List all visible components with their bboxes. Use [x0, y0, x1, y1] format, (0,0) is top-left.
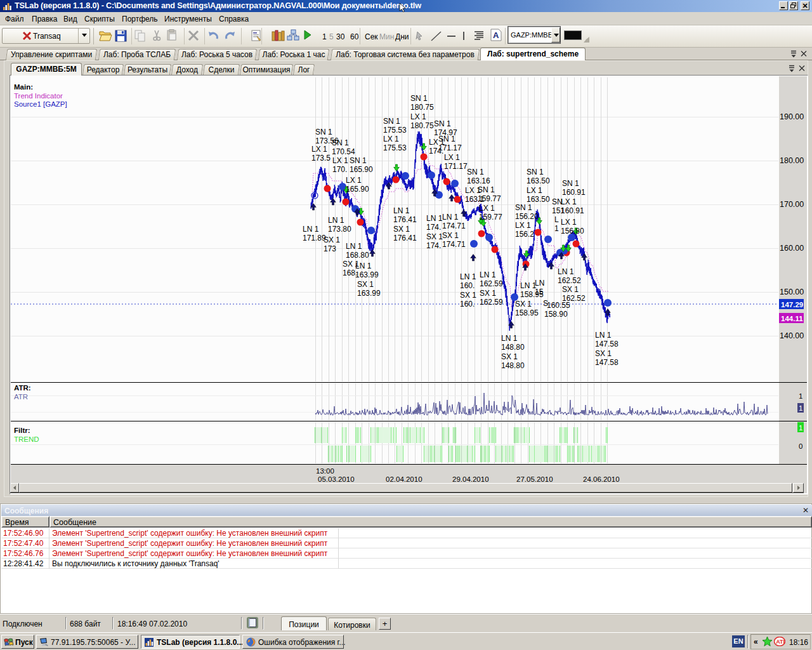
svg-text:147.58: 147.58: [595, 340, 619, 348]
svg-text:LX 1: LX 1: [444, 153, 460, 162]
svg-text:162.52: 162.52: [558, 276, 581, 285]
svg-text:SX 1: SX 1: [324, 235, 340, 244]
svg-text:140.00: 140.00: [780, 331, 804, 340]
svg-text:LN 1: LN 1: [355, 262, 372, 270]
svg-text:LX 1: LX 1: [311, 145, 327, 154]
svg-text:30: 30: [336, 32, 345, 41]
svg-text:173.80: 173.80: [328, 225, 351, 234]
svg-text:LX 1: LX 1: [561, 218, 577, 227]
svg-text:1: 1: [799, 404, 802, 412]
svg-text:SX 1: SX 1: [426, 232, 443, 241]
svg-text:173: 173: [324, 244, 336, 253]
svg-text:Main:: Main:: [14, 83, 33, 91]
svg-text:LX 1: LX 1: [527, 186, 542, 195]
svg-text:171.17: 171.17: [444, 162, 468, 171]
svg-text:ATR:: ATR:: [14, 384, 31, 392]
svg-text:160.00: 160.00: [780, 244, 804, 253]
svg-text:LN 1: LN 1: [393, 206, 410, 215]
svg-text:162.59: 162.59: [480, 298, 503, 307]
svg-text:ATR: ATR: [14, 393, 28, 401]
svg-text:144.11: 144.11: [781, 315, 803, 322]
svg-text:0: 0: [799, 442, 802, 450]
svg-text:LN 1: LN 1: [328, 216, 344, 225]
svg-text:174.: 174.: [426, 223, 441, 232]
svg-text:SX 1: SX 1: [501, 352, 518, 361]
svg-text:SX 1: SX 1: [442, 231, 459, 240]
svg-text:1: 1: [799, 424, 802, 432]
svg-text:176.41: 176.41: [393, 234, 417, 242]
svg-text:1: 1: [799, 392, 802, 400]
svg-text:L: L: [554, 215, 559, 224]
svg-text:170.: 170.: [332, 165, 347, 174]
svg-text:LX 1: LX 1: [346, 176, 362, 185]
svg-text:02.04.2010: 02.04.2010: [386, 475, 422, 483]
svg-text:SN 1: SN 1: [527, 168, 544, 176]
svg-text:SN 1: SN 1: [515, 203, 532, 212]
svg-text:171.17: 171.17: [438, 143, 462, 152]
svg-text:174.71: 174.71: [442, 222, 466, 230]
svg-text:180.75: 180.75: [410, 121, 434, 130]
svg-text:160.91: 160.91: [561, 206, 584, 215]
svg-text:13:00: 13:00: [316, 467, 334, 475]
svg-text:174.: 174.: [426, 241, 441, 250]
svg-text:29.04.2010: 29.04.2010: [452, 475, 489, 483]
svg-text:LX 1: LX 1: [561, 197, 577, 206]
svg-text:SN 1: SN 1: [350, 156, 367, 165]
svg-text:1: 1: [322, 32, 327, 41]
svg-text:SN 1: SN 1: [438, 135, 455, 143]
svg-text:A: A: [493, 30, 499, 40]
svg-text:148.80: 148.80: [501, 343, 525, 352]
svg-text:LN: LN: [535, 279, 544, 288]
svg-text:160.91: 160.91: [562, 188, 586, 197]
svg-text:160.55: 160.55: [547, 301, 570, 310]
svg-text:SX 1: SX 1: [562, 285, 579, 294]
svg-text:ATI: ATI: [776, 639, 785, 645]
svg-text:Trend Indicator: Trend Indicator: [14, 92, 63, 100]
svg-text:SN 1: SN 1: [467, 168, 484, 176]
svg-text:170.54: 170.54: [332, 147, 355, 156]
svg-text:SN 1: SN 1: [315, 128, 332, 136]
svg-text:190.00: 190.00: [780, 112, 804, 121]
svg-text:15: 15: [535, 288, 544, 296]
svg-text:27.05.2010: 27.05.2010: [516, 475, 553, 483]
svg-text:Сек: Сек: [365, 32, 378, 41]
svg-text:LN 1: LN 1: [520, 281, 537, 290]
svg-text:Source1 [GAZP]: Source1 [GAZP]: [14, 100, 67, 108]
svg-text:159.77: 159.77: [478, 194, 501, 203]
svg-text:156.80: 156.80: [561, 227, 584, 235]
svg-text:173.5: 173.5: [311, 154, 331, 162]
svg-text:SN 1: SN 1: [410, 94, 428, 103]
svg-text:LN 1: LN 1: [460, 272, 476, 281]
svg-text:05.03.2010: 05.03.2010: [318, 475, 355, 483]
svg-text:SN 1: SN 1: [434, 119, 451, 128]
svg-text:LN 1: LN 1: [426, 214, 443, 223]
svg-text:163.50: 163.50: [527, 176, 550, 185]
svg-text:LN 1: LN 1: [558, 267, 574, 276]
svg-text:SN 1: SN 1: [478, 185, 495, 194]
svg-text:LX 1: LX 1: [332, 156, 348, 165]
svg-text:SX 1: SX 1: [515, 300, 532, 308]
svg-text:170.00: 170.00: [780, 200, 804, 209]
svg-text:LX 1: LX 1: [515, 221, 531, 230]
svg-text:SX 1: SX 1: [595, 349, 612, 358]
svg-text:Filtr:: Filtr:: [14, 427, 30, 434]
svg-text:159.77: 159.77: [479, 213, 502, 222]
svg-text:1: 1: [554, 224, 559, 233]
svg-text:148.80: 148.80: [501, 361, 525, 370]
svg-text:5: 5: [329, 32, 334, 41]
svg-text:162.59: 162.59: [480, 279, 503, 288]
svg-text:147.58: 147.58: [595, 358, 619, 367]
svg-text:160.: 160.: [460, 281, 475, 290]
svg-text:Мин: Мин: [379, 32, 394, 41]
svg-text:168.80: 168.80: [346, 251, 369, 260]
svg-text:171.89: 171.89: [303, 234, 326, 242]
svg-text:LN 1: LN 1: [595, 331, 612, 340]
svg-text:LN 1: LN 1: [442, 213, 459, 222]
svg-text:SN 1: SN 1: [383, 117, 400, 126]
svg-text:LX 1: LX 1: [479, 204, 495, 213]
svg-text:LX 1: LX 1: [383, 135, 399, 143]
svg-text:Дни: Дни: [395, 32, 409, 41]
svg-text:163.99: 163.99: [355, 270, 379, 279]
svg-text:158.90: 158.90: [544, 310, 568, 319]
svg-text:SN 1: SN 1: [562, 179, 579, 188]
